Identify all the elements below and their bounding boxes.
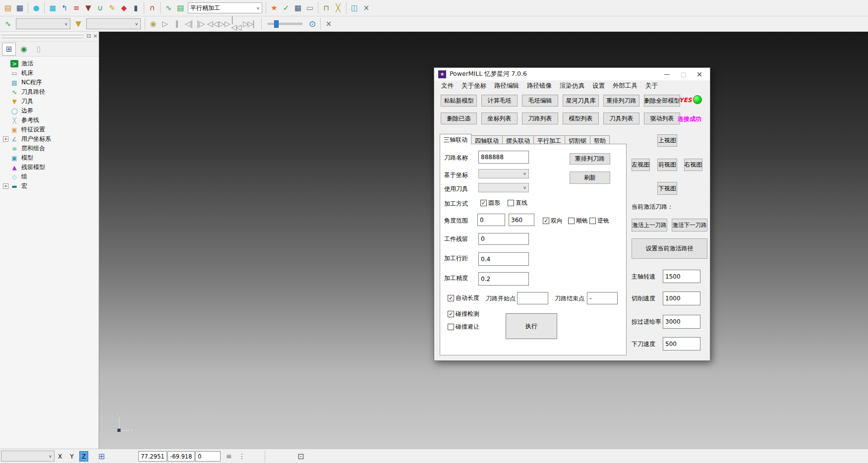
skim-feed-input[interactable]: 3000	[663, 315, 700, 329]
tools-icon[interactable]: ▼	[72, 17, 84, 30]
tool-arc-icon[interactable]: ∩	[146, 1, 158, 14]
coord-x-field[interactable]: 77.2951	[138, 451, 167, 462]
tool-flame-icon[interactable]: ★	[268, 1, 280, 14]
tree-item[interactable]: + ◯ 边界	[3, 106, 99, 116]
globe-icon[interactable]: ◉	[17, 43, 31, 56]
rewind-button[interactable]: ◁◁	[207, 17, 219, 30]
go-to-start-button[interactable]: |◁◁	[231, 17, 242, 30]
view-dropdown[interactable]: ∨	[1, 451, 55, 462]
pane-grip[interactable]	[1, 34, 84, 35]
pane-grip[interactable]	[1, 37, 84, 38]
view-top-button[interactable]: 上视图	[657, 134, 677, 147]
next-toolpath-button[interactable]: 激活下一刀路	[672, 219, 707, 232]
coord-base-dropdown[interactable]: ∨	[478, 169, 529, 178]
tree-item[interactable]: + ◇ 组	[3, 172, 99, 181]
menu-render-sim[interactable]: 渲染仿真	[556, 80, 588, 91]
block-icon[interactable]: ■	[47, 1, 58, 14]
go-to-end-button[interactable]: ▷▷|	[242, 17, 254, 30]
tree-item[interactable]: + ∠ 用户坐标系	[3, 134, 99, 144]
menu-file[interactable]: 文件	[437, 80, 458, 91]
refresh-button[interactable]: 刷新	[570, 172, 610, 184]
tree-item[interactable]: + ▣ 特征设置	[3, 125, 99, 134]
bidirectional-option[interactable]: ✓ 双向	[543, 217, 563, 225]
tree-item[interactable]: + ≡ 层和组合	[3, 144, 99, 153]
menu-about-coords[interactable]: 关于坐标	[458, 80, 490, 91]
set-active-path-button[interactable]: 设置当前激活路径	[632, 238, 707, 259]
ruler-icon[interactable]: ▭	[304, 1, 316, 14]
mode-line-option[interactable]: 直线	[508, 199, 527, 207]
tab-3axis[interactable]: 三轴联动	[440, 134, 471, 144]
toolbar-close-icon[interactable]: ×	[360, 1, 372, 14]
window-toggle-icon[interactable]: ⊡	[297, 451, 304, 462]
fast-forward-button[interactable]: ▷▷	[219, 17, 231, 30]
menu-external-tools[interactable]: 外部工具	[609, 80, 641, 91]
tab-swivel-head[interactable]: 摆头联动	[502, 135, 534, 144]
climb-checkbox[interactable]	[568, 218, 575, 224]
dialog-titlebar[interactable]: ★ PowerMILL 忆梦星河 7.0.6 — □ ×	[434, 68, 710, 80]
dialog-action-button[interactable]: 粘贴新模型	[441, 95, 477, 107]
tool-dropdown[interactable]: ∨	[86, 18, 141, 29]
save-icon[interactable]: ▦	[14, 1, 26, 14]
list-icon[interactable]: ≡	[226, 451, 232, 462]
climb-option[interactable]: 顺铣	[568, 217, 588, 225]
simulation-speed-icon[interactable]: ⊙	[306, 17, 318, 30]
tool-ball-icon[interactable]: ▼	[82, 1, 94, 14]
reorder-toolpath-button[interactable]: 重排列刀路	[570, 153, 610, 165]
clamp-icon[interactable]: ⊓	[320, 1, 332, 14]
lightbulb-icon[interactable]: ◉	[147, 17, 159, 30]
boundary-icon[interactable]: ∪	[94, 1, 106, 14]
dialog-list-button[interactable]: 坐标列表	[481, 113, 518, 124]
end-point-input[interactable]: -	[587, 292, 618, 304]
dialog-list-button[interactable]: 驱动列表	[644, 113, 680, 124]
zlevel-icon[interactable]: ≡	[70, 1, 82, 14]
trash-icon[interactable]: ▯	[32, 43, 46, 56]
grid-icon[interactable]: ⊞	[98, 451, 105, 462]
prev-toolpath-button[interactable]: 激活上一刀路	[632, 219, 667, 232]
view-right-button[interactable]: 右视图	[684, 159, 702, 171]
start-point-input[interactable]	[517, 292, 548, 304]
dialog-list-button[interactable]: 删除已选	[441, 113, 477, 124]
collision-check-option[interactable]: ✓ 碰撞检测	[448, 310, 479, 318]
strategy-dropdown[interactable]: 平行精加工 ∨	[188, 2, 262, 13]
speed-slider-thumb[interactable]	[274, 20, 279, 28]
auto-length-option[interactable]: ✓ 自动长度	[448, 294, 479, 302]
pause-button[interactable]: ∥	[171, 17, 183, 30]
stock-remain-input[interactable]: 0	[478, 233, 529, 245]
dialog-list-button[interactable]: 刀具列表	[603, 113, 639, 124]
tab-4axis[interactable]: 四轴联动	[471, 135, 503, 144]
angle-to-input[interactable]: 360	[509, 214, 534, 226]
sim-toolbar-close-icon[interactable]: ×	[323, 17, 335, 30]
tab-parallel[interactable]: 平行加工	[533, 135, 565, 144]
tree-item[interactable]: + ▲ 残留模型	[3, 163, 99, 172]
dialog-action-button[interactable]: 重排列刀路	[603, 95, 639, 107]
toolpath-dropdown[interactable]: ∨	[16, 18, 70, 29]
bidirectional-checkbox[interactable]: ✓	[543, 218, 549, 224]
play-button[interactable]: ▷	[159, 17, 171, 30]
tree-item[interactable]: + ╳ 参考线	[3, 116, 99, 125]
spindle-speed-input[interactable]: 1500	[663, 270, 700, 283]
open-file-icon[interactable]: ▤	[2, 1, 14, 14]
expand-icon[interactable]: +	[3, 136, 8, 142]
axis-y-button[interactable]: Y	[67, 451, 76, 462]
dialog-action-button[interactable]: 星河刀具库	[563, 95, 599, 107]
maximize-button[interactable]: □	[675, 68, 692, 80]
dialog-action-button[interactable]: 计算毛坯	[481, 95, 518, 107]
mode-circle-option[interactable]: ✓ 圆形	[480, 199, 500, 207]
tree-item[interactable]: + ∿ 刀具路径	[3, 87, 99, 97]
dialog-list-button[interactable]: 刀路列表	[522, 113, 558, 124]
plunge-feed-input[interactable]: 500	[663, 337, 700, 350]
collision-avoid-option[interactable]: 碰撞避让	[448, 323, 479, 331]
toolpath-name-input[interactable]: 888888	[478, 151, 529, 164]
tree-item[interactable]: + ▬ 宏	[3, 181, 99, 191]
dialog-action-button[interactable]: 删除全部模型	[644, 95, 680, 107]
tool-check-icon[interactable]: ✓	[280, 1, 292, 14]
tree-item[interactable]: + > 激活	[3, 59, 99, 68]
stock-model-icon[interactable]: ◫	[348, 1, 360, 14]
explorer-tree-icon[interactable]: ⊞	[2, 43, 16, 56]
coord-y-field[interactable]: -69.918	[168, 451, 195, 462]
tree-item[interactable]: + ▼ 刀具	[3, 97, 99, 106]
toolpath-coil-icon[interactable]: ∿	[163, 1, 174, 14]
pane-float-icon[interactable]: ⊡	[87, 33, 91, 39]
dialog-action-button[interactable]: 毛坯编辑	[522, 95, 558, 107]
shaded-view-icon[interactable]: ●	[30, 1, 42, 14]
